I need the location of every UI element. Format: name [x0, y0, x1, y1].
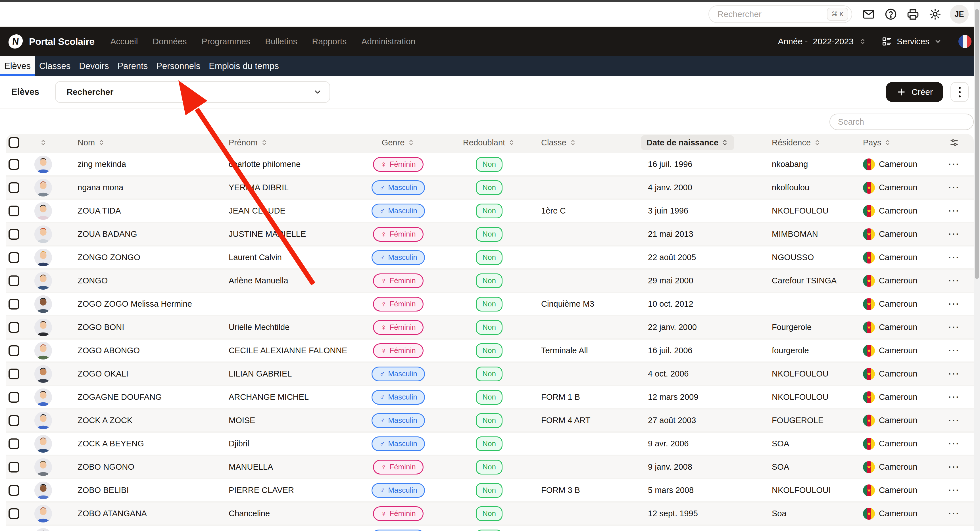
saved-filter-dropdown[interactable]: Rechercher — [55, 81, 330, 103]
services-menu[interactable]: Services — [881, 36, 942, 47]
header-date-naissance[interactable]: Date de naissance — [640, 135, 762, 150]
row-checkbox[interactable] — [8, 205, 19, 216]
row-checkbox[interactable] — [8, 508, 19, 519]
cell-prenom: Chanceline — [222, 509, 356, 518]
header-nom[interactable]: Nom — [63, 138, 222, 147]
row-checkbox[interactable] — [8, 415, 19, 426]
cell-residence: fourgerole — [762, 346, 856, 355]
theme-icon[interactable] — [928, 7, 942, 21]
table-row[interactable]: ZOCK A ZOCK MOISE ♂ Masculin Non FORM 4 … — [6, 409, 974, 431]
nav-menu-item[interactable]: Accueil — [110, 37, 138, 46]
row-actions-button[interactable]: ··· — [948, 252, 960, 263]
row-checkbox[interactable] — [8, 322, 19, 333]
subnav-tab[interactable]: Elèves — [0, 56, 35, 76]
table-row[interactable]: ZONGO Arlène Manuella ♀ Féminin Non 29 m… — [6, 270, 974, 292]
table-row[interactable]: ZOUA TIDA JEAN CLAUDE ♂ Masculin Non 1èr… — [6, 200, 974, 222]
chevron-down-icon — [313, 87, 322, 97]
print-icon[interactable] — [906, 7, 920, 21]
subnav-tab[interactable]: Personnels — [152, 56, 205, 76]
row-checkbox[interactable] — [8, 485, 19, 496]
table-row[interactable]: ZOCK A BEYENG Djibril ♂ Masculin Non 9 a… — [6, 433, 974, 455]
row-actions-button[interactable]: ··· — [948, 462, 960, 472]
row-actions-button[interactable]: ··· — [948, 345, 960, 356]
cell-residence: MIMBOMAN — [762, 229, 856, 239]
table-row[interactable]: zing mekinda charlotte philomene ♀ Fémin… — [6, 153, 974, 175]
select-all-checkbox[interactable] — [8, 137, 19, 148]
table-row[interactable]: ZOBO ATANGANA Chanceline ♀ Féminin Non 1… — [6, 502, 974, 525]
brand-title[interactable]: Portal Scolaire — [29, 36, 95, 47]
row-actions-button[interactable]: ··· — [948, 415, 960, 426]
row-checkbox[interactable] — [8, 392, 19, 403]
mail-icon[interactable] — [862, 7, 875, 21]
row-checkbox[interactable] — [8, 369, 19, 379]
subnav-tab[interactable]: Classes — [35, 56, 75, 76]
row-checkbox[interactable] — [8, 252, 19, 263]
header-genre[interactable]: Genre — [356, 138, 441, 147]
scrollbar-thumb[interactable] — [975, 9, 979, 279]
row-actions-button[interactable]: ··· — [948, 392, 960, 402]
row-checkbox[interactable] — [8, 229, 19, 240]
france-flag-icon[interactable] — [958, 35, 972, 48]
cell-nom: ngana mona — [63, 183, 222, 192]
row-checkbox[interactable] — [8, 275, 19, 286]
user-avatar[interactable]: JE — [950, 5, 969, 24]
row-checkbox[interactable] — [8, 345, 19, 356]
table-row[interactable]: ZOGO OKALI LILIAN GABRIEL ♂ Masculin Non… — [6, 363, 974, 385]
table-row[interactable]: ZOUA BADANG JUSTINE MARIELLE ♀ Féminin N… — [6, 223, 974, 245]
row-checkbox[interactable] — [8, 159, 19, 170]
table-row[interactable]: ♂ Masculin Non ★ ··· — [6, 526, 974, 531]
create-button[interactable]: Créer — [886, 82, 943, 102]
header-pays[interactable]: Pays — [856, 138, 941, 147]
table-row[interactable]: ngana mona YERIMA DIBRIL ♂ Masculin Non … — [6, 176, 974, 199]
row-actions-button[interactable]: ··· — [948, 485, 960, 496]
header-prenom[interactable]: Prénom — [222, 138, 356, 147]
row-actions-button[interactable]: ··· — [948, 182, 960, 193]
row-actions-button[interactable]: ··· — [948, 439, 960, 449]
nav-menu-item[interactable]: Rapports — [312, 37, 347, 46]
subnav-tab[interactable]: Parents — [113, 56, 152, 76]
table-row[interactable]: ZOGO BONI Urielle Mechtilde ♀ Féminin No… — [6, 316, 974, 338]
column-settings-icon[interactable] — [949, 138, 959, 147]
row-actions-button[interactable]: ··· — [948, 229, 960, 239]
student-avatar — [34, 179, 52, 197]
cell-nom: ZOGO ABONGO — [63, 346, 222, 355]
cell-residence: Carefour TSINGA — [762, 276, 856, 285]
header-classe[interactable]: Classe — [538, 138, 640, 147]
school-year-selector[interactable]: Année - 2022-2023 — [778, 37, 867, 46]
row-checkbox[interactable] — [8, 439, 19, 449]
row-checkbox[interactable] — [8, 182, 19, 193]
global-search[interactable]: ⌘ K — [708, 5, 852, 23]
nav-menu-item[interactable]: Données — [153, 37, 187, 46]
cell-prenom: JEAN CLAUDE — [222, 206, 356, 216]
cell-pays: Cameroun — [879, 183, 917, 192]
table-row[interactable]: ZOGO ZOGO Melissa Hermine ♀ Féminin Non … — [6, 293, 974, 315]
global-search-input[interactable] — [718, 10, 827, 19]
subnav-tab[interactable]: Emplois du temps — [205, 56, 283, 76]
nav-menu-item[interactable]: Bulletins — [265, 37, 297, 46]
row-actions-button[interactable]: ··· — [948, 369, 960, 379]
row-actions-button[interactable]: ··· — [948, 159, 960, 170]
table-row[interactable]: ZOGAGNE DOUFANG ARCHANGE MICHEL ♂ Mascul… — [6, 386, 974, 408]
subnav-tab[interactable]: Devoirs — [75, 56, 113, 76]
nav-menu-item[interactable]: Administration — [361, 37, 415, 46]
table-row[interactable]: ZONGO ZONGO Laurent Calvin ♂ Masculin No… — [6, 246, 974, 268]
header-redoublant[interactable]: Redoublant — [441, 138, 538, 147]
redoublant-badge: Non — [476, 203, 503, 218]
table-row[interactable]: ZOBO BELIBI PIERRE CLAVER ♂ Masculin Non… — [6, 479, 974, 501]
table-search-input[interactable] — [829, 114, 974, 130]
row-actions-button[interactable]: ··· — [948, 508, 960, 519]
header-avatar-sort[interactable] — [23, 138, 63, 147]
help-icon[interactable] — [884, 7, 897, 21]
row-actions-button[interactable]: ··· — [948, 275, 960, 286]
cell-classe: FORM 4 ART — [538, 416, 640, 425]
row-actions-button[interactable]: ··· — [948, 299, 960, 309]
nav-menu-item[interactable]: Programmes — [201, 37, 250, 46]
table-row[interactable]: ZOBO NGONO MANUELLA ♀ Féminin Non 9 janv… — [6, 456, 974, 478]
more-options-button[interactable] — [950, 82, 969, 102]
header-residence[interactable]: Résidence — [762, 138, 856, 147]
row-actions-button[interactable]: ··· — [948, 322, 960, 332]
row-checkbox[interactable] — [8, 462, 19, 472]
table-row[interactable]: ZOGO ABONGO CECILE ALEXIANNE FALONNE ♀ F… — [6, 340, 974, 361]
row-actions-button[interactable]: ··· — [948, 205, 960, 216]
row-checkbox[interactable] — [8, 299, 19, 310]
